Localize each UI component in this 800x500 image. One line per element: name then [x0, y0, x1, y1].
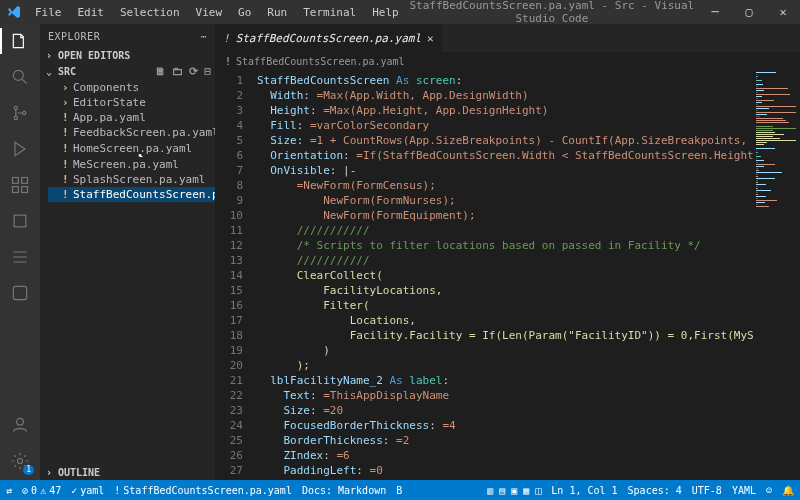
status-docs[interactable]: Docs: Markdown [302, 485, 386, 496]
folder-item[interactable]: ›EditorState [48, 95, 215, 110]
new-file-icon[interactable]: 🗎 [155, 65, 166, 78]
refresh-icon[interactable]: ⟳ [189, 65, 198, 78]
menu-view[interactable]: View [189, 2, 230, 23]
maximize-button[interactable]: ▢ [732, 1, 766, 23]
run-debug-icon[interactable] [9, 138, 31, 160]
source-control-icon[interactable] [9, 102, 31, 124]
item-label: EditorState [73, 96, 146, 109]
menu-file[interactable]: File [28, 2, 69, 23]
modified-dot-icon: ! [223, 32, 230, 45]
close-tab-icon[interactable]: ✕ [427, 32, 434, 45]
window-controls: ─ ▢ ✕ [698, 1, 800, 23]
svg-point-3 [23, 111, 26, 114]
item-label: FeedbackScreen.pa.yaml [73, 126, 215, 139]
breadcrumb-modified-icon: ! [225, 56, 231, 67]
chevron-right-icon: › [62, 96, 68, 109]
file-item[interactable]: !StaffBedCountsScreen.pa.yaml [48, 187, 215, 202]
modified-icon: ! [62, 142, 68, 155]
menu-help[interactable]: Help [365, 2, 406, 23]
more-icon[interactable]: ⋯ [200, 31, 207, 42]
svg-point-11 [18, 459, 23, 464]
app-logo [0, 4, 28, 20]
collapse-icon[interactable]: ⊟ [204, 65, 211, 78]
feedback-icon[interactable]: ☺ [766, 485, 772, 496]
modified-icon: ! [62, 111, 68, 124]
activity-extra-1-icon[interactable] [9, 210, 31, 232]
account-icon[interactable] [9, 414, 31, 436]
file-item[interactable]: !HomeScreen.pa.yaml⬉ [48, 140, 215, 157]
status-spaces[interactable]: Spaces: 4 [628, 485, 682, 496]
svg-rect-6 [13, 187, 19, 193]
outline-section[interactable]: ›OUTLINE [40, 465, 215, 480]
modified-icon: ! [62, 126, 68, 139]
item-label: MeScreen.pa.yaml [73, 158, 179, 171]
item-label: HomeScreen.pa.yaml [73, 142, 192, 155]
file-item[interactable]: !MeScreen.pa.yaml [48, 157, 215, 172]
file-tree: ›Components›EditorState!App.pa.yaml!Feed… [40, 80, 215, 202]
close-button[interactable]: ✕ [766, 1, 800, 23]
explorer-icon[interactable] [9, 30, 31, 52]
tab-title: StaffBedCountsScreen.pa.yaml [236, 32, 421, 45]
outline-label: OUTLINE [58, 467, 100, 478]
minimap[interactable] [754, 70, 800, 480]
status-ln-col[interactable]: Ln 1, Col 1 [551, 485, 617, 496]
svg-point-0 [13, 70, 23, 80]
status-file[interactable]: ! StaffBedCountsScreen.pa.yaml [114, 485, 292, 496]
window-title: StaffBedCountsScreen.pa.yaml - Src - Vis… [406, 0, 698, 25]
activity-extra-3-icon[interactable] [9, 282, 31, 304]
status-encoding[interactable]: UTF-8 [692, 485, 722, 496]
modified-icon: ! [62, 173, 68, 186]
explorer-header: EXPLORER ⋯ [40, 24, 215, 48]
status-lang[interactable]: YAML [732, 485, 756, 496]
file-item[interactable]: !FeedbackScreen.pa.yaml [48, 125, 215, 140]
menu-selection[interactable]: Selection [113, 2, 187, 23]
chevron-right-icon: › [62, 81, 68, 94]
modified-icon: ! [62, 188, 68, 201]
folder-item[interactable]: ›Components [48, 80, 215, 95]
svg-rect-4 [13, 178, 19, 184]
editor-area: ! StaffBedCountsScreen.pa.yaml ✕ ! Staff… [215, 24, 800, 480]
file-item[interactable]: !App.pa.yaml [48, 110, 215, 125]
minimize-button[interactable]: ─ [698, 1, 732, 23]
open-editors-section[interactable]: ›OPEN EDITORS [40, 48, 215, 63]
breadcrumb[interactable]: ! StaffBedCountsScreen.pa.yaml [215, 52, 800, 70]
item-label: App.pa.yaml [73, 111, 146, 124]
src-label: SRC [58, 66, 76, 77]
svg-rect-9 [13, 286, 26, 299]
code-lines[interactable]: StaffBedCountsScreen As screen: Width: =… [251, 70, 754, 480]
search-icon[interactable] [9, 66, 31, 88]
chevron-down-icon: ⌄ [44, 66, 54, 77]
status-problems[interactable]: ⊘ 0 ⚠ 47 [22, 485, 61, 496]
menu-terminal[interactable]: Terminal [296, 2, 363, 23]
sidebar: EXPLORER ⋯ ›OPEN EDITORS ⌄ SRC 🗎 🗀 ⟳ ⊟ ›… [40, 24, 215, 480]
breadcrumb-file[interactable]: StaffBedCountsScreen.pa.yaml [236, 56, 405, 67]
line-gutter: 1234567891011121314151617181920212223242… [215, 70, 251, 480]
activity-extra-2-icon[interactable] [9, 246, 31, 268]
menu-go[interactable]: Go [231, 2, 258, 23]
settings-badge: 1 [23, 465, 34, 475]
item-label: SplashScreen.pa.yaml [73, 173, 205, 186]
svg-rect-7 [22, 187, 28, 193]
chevron-right-icon: › [44, 467, 54, 478]
menu-run[interactable]: Run [260, 2, 294, 23]
titlebar: File Edit Selection View Go Run Terminal… [0, 0, 800, 24]
new-folder-icon[interactable]: 🗀 [172, 65, 183, 78]
vscode-icon [6, 4, 22, 20]
status-layout-icon[interactable]: ▥ ▤ ▣ ▦ ◫ [487, 485, 541, 496]
explorer-title: EXPLORER [48, 31, 100, 42]
menu-edit[interactable]: Edit [71, 2, 112, 23]
status-branch[interactable]: ✓ yaml [71, 485, 104, 496]
extensions-icon[interactable] [9, 174, 31, 196]
code-editor[interactable]: 1234567891011121314151617181920212223242… [215, 70, 800, 480]
status-b[interactable]: B [396, 485, 402, 496]
svg-point-1 [14, 106, 17, 109]
svg-point-2 [14, 116, 17, 119]
notifications-icon[interactable]: 🔔 [782, 485, 794, 496]
src-section[interactable]: ⌄ SRC 🗎 🗀 ⟳ ⊟ [40, 63, 215, 80]
settings-icon[interactable]: 1 [9, 450, 31, 472]
file-item[interactable]: !SplashScreen.pa.yaml [48, 172, 215, 187]
tab-active[interactable]: ! StaffBedCountsScreen.pa.yaml ✕ [215, 24, 443, 52]
remote-icon[interactable]: ⇄ [6, 485, 12, 496]
menu-bar: File Edit Selection View Go Run Terminal… [28, 2, 406, 23]
svg-rect-8 [14, 215, 26, 227]
